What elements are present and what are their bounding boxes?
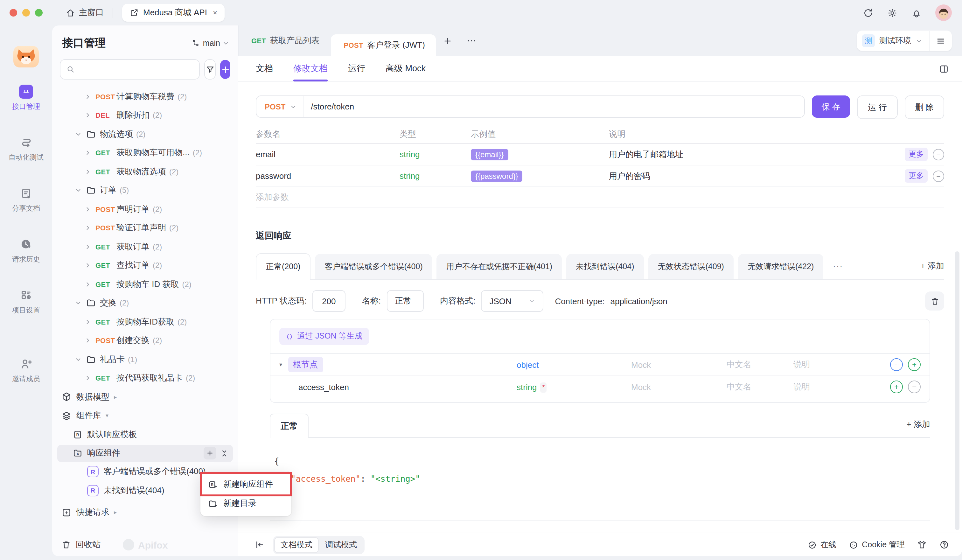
gear-icon[interactable] [887, 7, 898, 18]
sidebar-item-data-models[interactable]: 数据模型 ▸ [52, 387, 238, 406]
rail-item-project-settings[interactable]: 项目设置 [12, 288, 40, 315]
add-response-button[interactable]: + 添加 [921, 260, 944, 272]
rail-item-api-management[interactable]: 接口管理 [12, 85, 40, 111]
menu-item-new-folder[interactable]: 新建目录 [200, 494, 291, 513]
help-icon[interactable] [939, 540, 949, 550]
add-param-row[interactable]: 添加参数 [256, 187, 944, 207]
doc-tab-customer-login[interactable]: POST 客户登录 (JWT) [331, 34, 436, 56]
online-status[interactable]: 在线 [807, 539, 836, 550]
debug-mode-option[interactable]: 调试模式 [319, 537, 363, 553]
menu-item-new-response-component[interactable]: R 新建响应组件 [200, 475, 291, 494]
sync-icon[interactable] [863, 7, 873, 18]
tree-item[interactable]: POST创建交换(2) [52, 331, 238, 350]
collapse-sidebar-icon[interactable] [255, 540, 265, 550]
save-button[interactable]: 保 存 [812, 95, 850, 118]
response-tab-200[interactable]: 正常(200) [256, 253, 310, 280]
caret-down-icon[interactable]: ▾ [279, 361, 282, 368]
new-tab-button[interactable] [443, 36, 452, 45]
tshirt-icon[interactable] [917, 540, 927, 550]
menu-icon[interactable] [930, 36, 952, 45]
tree-folder[interactable]: 礼品卡(1) [52, 350, 238, 369]
tree-item[interactable]: GET获取订单(2) [52, 237, 238, 256]
doc-tab-get-products[interactable]: GET 获取产品列表 [238, 26, 331, 56]
tree-folder[interactable]: 订单(5) [52, 181, 238, 200]
zoom-window-button[interactable] [35, 9, 43, 16]
filter-button[interactable] [204, 59, 216, 79]
param-row-password[interactable]: password string {{password}} 用户的密码 更多 − [256, 165, 944, 187]
tree-item[interactable]: POST声明订单(2) [52, 200, 238, 219]
tree-item[interactable]: GET按购物车ID获取(2) [52, 313, 238, 331]
tree-item[interactable]: DEL删除折扣(2) [52, 106, 238, 125]
tab-docs[interactable]: 文档 [256, 56, 273, 81]
response-tabs-overflow-icon[interactable]: ··· [833, 261, 843, 270]
minimize-window-button[interactable] [22, 9, 30, 16]
remove-param-icon[interactable]: − [933, 148, 944, 160]
add-example-button[interactable]: + 添加 [907, 419, 930, 437]
more-button[interactable]: 更多 [905, 169, 928, 182]
tree-item[interactable]: GET获取物流选项(2) [52, 162, 238, 181]
example-json-code[interactable]: { "access_token": "<string>" } [270, 438, 930, 521]
tree-folder[interactable]: 物流选项(2) [52, 125, 238, 144]
rail-item-share-docs[interactable]: 分享文档 [12, 186, 40, 213]
remove-field-icon[interactable]: − [908, 381, 921, 393]
rail-item-invite-members[interactable]: 邀请成员 [12, 357, 40, 384]
search-input[interactable] [79, 64, 194, 75]
sidebar-item-recycle-bin[interactable]: 回收站 [61, 539, 100, 550]
tree-item[interactable]: GET查找订单(2) [52, 256, 238, 275]
project-window-tab[interactable]: Medusa 商城 API × [122, 4, 225, 22]
response-tab-400[interactable]: 客户端错误或多个错误(400) [315, 254, 432, 279]
more-button[interactable]: 更多 [905, 148, 928, 161]
delete-response-button[interactable] [925, 292, 944, 311]
close-window-button[interactable] [10, 9, 17, 16]
collapse-all-icon[interactable] [220, 449, 228, 457]
tree-item[interactable]: POST计算购物车税费(2) [52, 87, 238, 106]
sidebar-item-component-library[interactable]: 组件库 ▾ [52, 406, 238, 425]
tab-edit-docs[interactable]: 修改文档 [293, 56, 328, 81]
tab-run[interactable]: 运行 [348, 56, 365, 81]
root-node-chip[interactable]: 根节点 [288, 357, 323, 372]
add-field-icon[interactable]: + [908, 358, 921, 371]
vertical-scrollbar[interactable] [955, 251, 959, 530]
content-format-select[interactable]: JSON [481, 290, 543, 312]
cookie-manager[interactable]: Cookie 管理 [848, 539, 905, 550]
add-api-button[interactable] [220, 60, 230, 79]
status-name-input[interactable]: 正常 [386, 290, 423, 312]
branch-selector[interactable]: main [192, 39, 229, 47]
delete-button[interactable]: 删 除 [905, 95, 944, 119]
run-button[interactable]: 运 行 [857, 95, 898, 119]
variable-chip[interactable]: {{email}} [471, 148, 508, 160]
user-avatar[interactable] [935, 5, 952, 21]
response-tab-404[interactable]: 未找到错误(404) [566, 254, 644, 279]
tree-folder[interactable]: 交换(2) [52, 294, 238, 313]
tree-item[interactable]: GET获取购物车可用物...(2) [52, 144, 238, 162]
close-tab-icon[interactable]: × [213, 8, 217, 17]
bell-icon[interactable] [911, 7, 922, 18]
advanced-settings-icon[interactable]: ··· [890, 358, 903, 371]
tree-item[interactable]: GET按购物车 ID 获取(2) [52, 275, 238, 294]
method-select[interactable]: POST [257, 102, 302, 111]
project-logo[interactable] [13, 46, 39, 68]
response-tab-409[interactable]: 无效状态错误(409) [648, 254, 734, 279]
status-code-input[interactable]: 200 [312, 290, 345, 312]
tab-overflow-menu-icon[interactable] [466, 36, 476, 46]
tree-item[interactable]: POST验证订单声明(2) [52, 219, 238, 237]
split-panel-icon[interactable] [938, 63, 949, 74]
rail-item-request-history[interactable]: 请求历史 [12, 237, 40, 264]
variable-chip[interactable]: {{password}} [471, 170, 523, 182]
environment-selector[interactable]: 测 测试环境 [857, 34, 929, 47]
doc-mode-option[interactable]: 文档模式 [274, 537, 319, 553]
response-tab-422[interactable]: 无效请求错误(422) [738, 254, 823, 279]
schema-row-root[interactable]: ▾ 根节点 object Mock 中文名 说明 ··· + [270, 354, 930, 376]
add-field-icon[interactable]: + [890, 381, 903, 393]
param-row-email[interactable]: email string {{email}} 用户的电子邮箱地址 更多 − [256, 144, 944, 165]
rail-item-automated-testing[interactable]: 自动化测试 [8, 136, 44, 162]
tab-advanced-mock[interactable]: 高级 Mock [386, 56, 426, 81]
sidebar-item-response-components[interactable]: R 响应组件 [57, 444, 233, 462]
generate-from-json-button[interactable]: 通过 JSON 等生成 [279, 328, 369, 345]
add-response-component-button[interactable] [203, 447, 216, 460]
tree-item[interactable]: GET按代码获取礼品卡(2) [52, 369, 238, 387]
example-tab-normal[interactable]: 正常 [270, 414, 308, 438]
endpoint-path-input[interactable] [303, 102, 804, 111]
remove-param-icon[interactable]: − [933, 170, 944, 182]
schema-row-access-token[interactable]: access_token string* Mock 中文名 说明 + − [270, 376, 930, 398]
